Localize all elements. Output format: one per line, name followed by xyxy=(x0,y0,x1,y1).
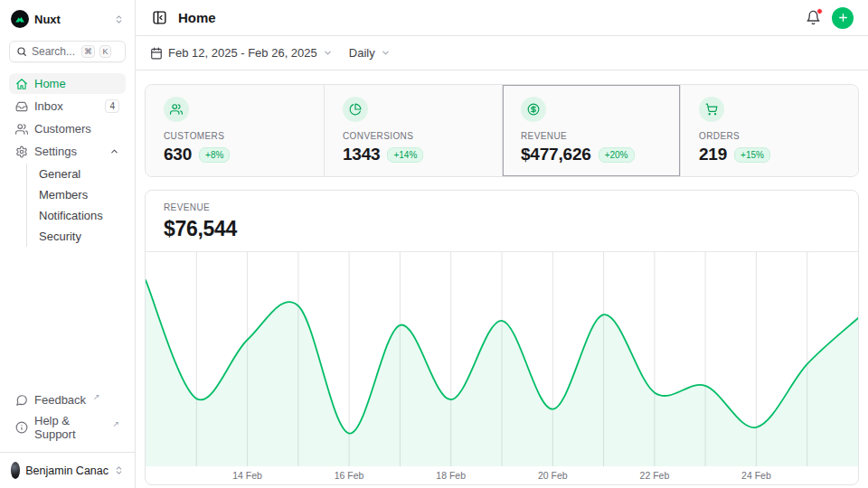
date-range-picker[interactable]: Feb 12, 2025 - Feb 26, 2025 xyxy=(150,46,333,60)
users-icon xyxy=(15,123,28,136)
sidebar-item-settings[interactable]: Settings xyxy=(9,141,126,162)
chart-metric-value: $76,544 xyxy=(164,217,840,241)
kbd-k: K xyxy=(99,45,111,58)
delta-badge: +15% xyxy=(734,147,770,163)
sidebar-item-general[interactable]: General xyxy=(27,164,126,184)
external-link-icon: ↗ xyxy=(93,392,100,401)
dashboard-content: CUSTOMERS 630 +8% CONVERSIONS 1343 +14% xyxy=(136,70,868,488)
sidebar-item-label: Settings xyxy=(34,145,77,158)
cart-icon xyxy=(699,97,724,122)
stat-label: ORDERS xyxy=(699,131,840,141)
chevron-up-icon xyxy=(109,146,119,156)
chevron-up-down-icon xyxy=(114,14,124,24)
user-name: Benjamin Canac xyxy=(25,465,108,477)
search-icon xyxy=(16,46,27,57)
delta-badge: +8% xyxy=(199,147,230,163)
sidebar-nav: Home Inbox 4 Customers xyxy=(9,73,126,247)
users-icon xyxy=(164,97,189,122)
stat-label: CUSTOMERS xyxy=(164,131,306,141)
sidebar-item-security[interactable]: Security xyxy=(27,226,126,247)
delta-badge: +20% xyxy=(599,147,635,163)
svg-text:20 Feb: 20 Feb xyxy=(538,470,568,481)
settings-subnav: General Members Notifications Security xyxy=(26,164,126,247)
stat-label: REVENUE xyxy=(521,131,662,141)
home-icon xyxy=(15,78,28,90)
chart-header: REVENUE $76,544 xyxy=(146,191,858,251)
sidebar-item-label: Home xyxy=(34,77,66,90)
stat-value: 219 xyxy=(699,145,727,164)
avatar xyxy=(11,462,20,479)
brand-name: Nuxt xyxy=(34,13,108,26)
inbox-count-badge: 4 xyxy=(105,99,119,113)
stat-card-revenue[interactable]: REVENUE $477,626 +20% xyxy=(502,85,680,176)
svg-text:16 Feb: 16 Feb xyxy=(335,470,364,481)
delta-badge: +14% xyxy=(387,147,423,163)
sidebar-item-members[interactable]: Members xyxy=(27,184,126,205)
main-panel: Home Feb 12, 2025 - Feb 26, 2025 xyxy=(136,0,868,488)
stat-value: 1343 xyxy=(343,145,380,164)
svg-text:24 Feb: 24 Feb xyxy=(741,470,771,481)
add-button[interactable] xyxy=(832,7,854,29)
search-field[interactable] xyxy=(32,45,77,58)
stat-value: 630 xyxy=(164,145,192,164)
chevron-down-icon xyxy=(323,48,333,58)
inbox-icon xyxy=(15,100,28,113)
stat-value: $477,626 xyxy=(521,145,591,164)
chevron-up-down-icon xyxy=(114,465,124,475)
main-header: Home xyxy=(136,0,868,36)
page-title: Home xyxy=(178,10,795,25)
stat-label: CONVERSIONS xyxy=(343,131,484,141)
svg-text:18 Feb: 18 Feb xyxy=(436,470,466,481)
search-input[interactable]: ⌘ K xyxy=(9,41,126,62)
filter-toolbar: Feb 12, 2025 - Feb 26, 2025 Daily xyxy=(136,36,868,70)
svg-text:14 Feb: 14 Feb xyxy=(232,470,262,481)
stats-row: CUSTOMERS 630 +8% CONVERSIONS 1343 +14% xyxy=(145,84,859,177)
dollar-circle-icon xyxy=(521,97,546,122)
workspace-switcher[interactable]: Nuxt xyxy=(9,8,126,30)
pie-chart-icon xyxy=(343,97,368,122)
granularity-select[interactable]: Daily xyxy=(349,46,391,60)
calendar-icon xyxy=(150,47,163,60)
external-link-icon: ↗ xyxy=(112,419,119,428)
svg-text:22 Feb: 22 Feb xyxy=(640,470,670,481)
gear-icon xyxy=(15,145,28,158)
sidebar-item-notifications[interactable]: Notifications xyxy=(27,205,126,226)
revenue-chart-card: REVENUE $76,544 14 Feb16 Feb18 Feb20 Feb… xyxy=(145,190,859,485)
stat-card-orders[interactable]: ORDERS 219 +15% xyxy=(680,85,858,176)
sidebar-item-customers[interactable]: Customers xyxy=(9,118,126,139)
app: Nuxt ⌘ K Home xyxy=(0,0,868,488)
chart-metric-label: REVENUE xyxy=(164,202,840,212)
help-support-link[interactable]: Help & Support ↗ xyxy=(9,410,126,445)
chevron-down-icon xyxy=(381,48,391,58)
sidebar-item-home[interactable]: Home xyxy=(9,73,126,94)
revenue-area-chart[interactable]: 14 Feb16 Feb18 Feb20 Feb22 Feb24 Feb xyxy=(146,251,858,484)
sidebar: Nuxt ⌘ K Home xyxy=(0,0,136,488)
sidebar-item-label: Customers xyxy=(34,122,91,136)
info-icon xyxy=(15,421,28,434)
stat-card-customers[interactable]: CUSTOMERS 630 +8% xyxy=(146,85,324,176)
sidebar-item-label: Inbox xyxy=(34,99,63,113)
message-bubble-icon xyxy=(15,394,28,407)
stat-card-conversions[interactable]: CONVERSIONS 1343 +14% xyxy=(324,85,502,176)
kbd-meta: ⌘ xyxy=(81,45,95,58)
user-menu[interactable]: Benjamin Canac xyxy=(9,460,126,481)
sidebar-item-inbox[interactable]: Inbox 4 xyxy=(9,96,126,117)
nuxt-logo-icon xyxy=(11,10,29,28)
notification-dot xyxy=(816,8,823,14)
sidebar-footer: Feedback ↗ Help & Support ↗ Benjamin Can… xyxy=(9,389,126,481)
panel-toggle-icon[interactable] xyxy=(150,8,169,27)
feedback-link[interactable]: Feedback ↗ xyxy=(9,389,126,410)
